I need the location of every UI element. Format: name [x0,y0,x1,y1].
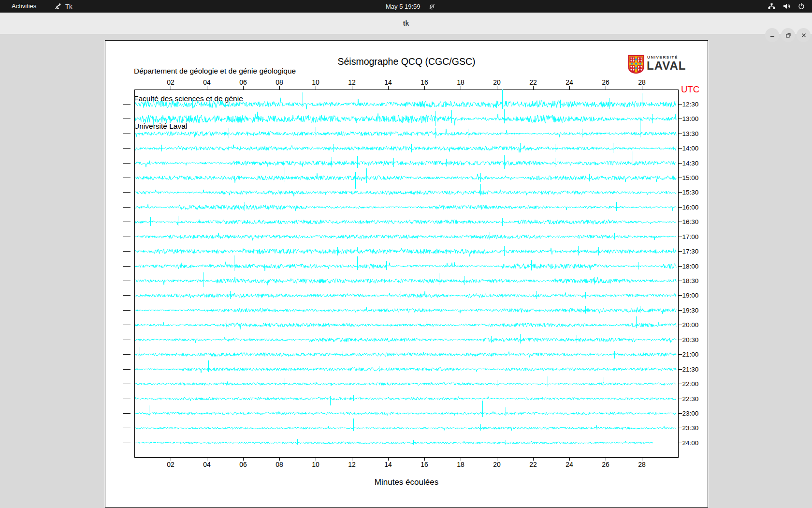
x-tick-label-top: 22 [529,78,537,86]
utc-time-label: 15:30 [682,189,699,196]
seismic-trace-row [135,145,676,152]
utc-time-label: 18:30 [682,277,699,284]
x-tick-label-top: 24 [566,78,573,86]
x-tick-label-bottom: 26 [602,461,609,468]
seismic-trace-row [135,322,676,329]
x-tick-label-bottom: 06 [239,461,247,468]
seismic-trace-row [135,307,676,314]
close-icon [801,32,807,38]
system-menu[interactable] [768,0,805,13]
minimize-button[interactable] [765,28,779,42]
x-tick-label-bottom: 18 [457,461,464,468]
utc-time-label: 14:30 [682,160,699,167]
seismic-trace-row [135,277,676,285]
utc-time-label: 22:00 [682,380,699,388]
utc-time-label: 20:00 [682,321,699,329]
seismic-trace-row [135,412,676,416]
seismic-trace-row [135,233,676,240]
x-tick-label-top: 06 [239,78,247,86]
x-tick-label-top: 04 [203,78,211,86]
seismic-trace-row [135,262,676,271]
utc-time-label: 23:30 [682,424,699,432]
bell-muted-icon [428,3,435,10]
x-tick-label-bottom: 14 [384,461,392,468]
seismic-trace-row [135,220,676,225]
tk-icon [54,2,62,10]
x-tick-label-top: 28 [638,78,646,86]
minimize-icon [769,32,775,38]
top-bar: Activities Tk May 5 19:59 [0,0,812,13]
utc-time-label: 19:00 [682,292,699,299]
close-button[interactable] [797,28,811,42]
window-titlebar[interactable]: tk [0,13,812,34]
activities-button[interactable]: Activities [9,0,39,13]
power-icon [798,2,805,10]
x-tick-label-bottom: 04 [203,461,211,468]
seismic-trace-row [135,247,676,256]
x-tick-label-bottom: 08 [276,461,283,468]
utc-time-label: 21:30 [682,366,699,373]
x-tick-label-top: 16 [420,78,428,86]
x-tick-label-top: 20 [493,78,501,86]
utc-time-label: 17:00 [682,233,699,240]
utc-time-label: 20:30 [682,336,699,344]
utc-time-label: 19:30 [682,307,699,314]
utc-time-label: 17:30 [682,248,699,255]
x-tick-label-top: 02 [167,78,174,86]
seismic-trace-row [135,337,676,343]
seismic-trace-row [135,368,676,373]
maximize-button[interactable] [781,28,795,42]
focused-app-indicator[interactable]: Tk [54,0,72,13]
seismic-trace-row [135,190,676,196]
utc-time-label: 13:30 [682,130,699,137]
x-tick-label-bottom: 10 [312,461,319,468]
seismic-trace-row [135,112,676,125]
clock-menu[interactable]: May 5 19:59 [386,0,435,13]
seismic-trace-row [135,204,676,211]
window-title: tk [0,13,812,34]
x-tick-label-bottom: 20 [493,461,501,468]
x-tick-label-top: 08 [276,78,283,86]
x-tick-label-top: 26 [602,78,609,86]
x-tick-label-top: 10 [312,78,319,86]
utc-axis-label: UTC [681,84,699,94]
x-tick-label-top: 18 [457,78,464,86]
x-tick-label-bottom: 28 [638,461,646,468]
utc-time-label: 14:00 [682,145,699,152]
utc-time-label: 16:00 [682,204,699,211]
utc-time-label: 13:00 [682,115,699,122]
window-content: Département de géologie et de génie géol… [0,34,812,508]
seismic-trace-row [135,161,676,167]
utc-time-label: 24:00 [682,439,699,447]
seismograph-plot: 0202040406060808101012121414161618182020… [105,41,708,507]
seismic-trace-row [135,98,676,109]
seismic-trace-row [135,425,676,431]
utc-time-label: 21:00 [682,351,699,358]
x-tick-label-bottom: 02 [167,461,174,468]
x-tick-label-top: 14 [384,78,392,86]
utc-time-label: 18:00 [682,263,699,270]
clock-label: May 5 19:59 [386,3,420,10]
utc-time-label: 16:30 [682,218,699,225]
seismic-trace-row [135,352,676,358]
seismic-trace-row [135,397,676,401]
x-tick-label-bottom: 12 [348,461,356,468]
seismograph-canvas: Département de géologie et de génie géol… [105,40,708,508]
x-axis-title: Minutes écoulées [105,478,708,487]
x-tick-label-bottom: 16 [420,461,428,468]
seismic-trace-row [135,129,676,137]
plot-border [135,90,679,458]
restore-icon [785,32,791,38]
x-tick-label-bottom: 22 [529,461,537,468]
network-wired-icon [768,2,776,10]
utc-time-label: 22:30 [682,395,699,403]
x-tick-label-bottom: 24 [566,461,573,468]
utc-time-label: 23:00 [682,410,699,417]
volume-icon [783,2,791,10]
utc-time-label: 12:30 [682,101,699,108]
x-tick-label-top: 12 [348,78,356,86]
seismic-trace-row [135,381,676,386]
app-indicator-label: Tk [65,3,72,10]
seismic-trace-row [135,441,653,444]
utc-time-label: 15:00 [682,174,699,181]
